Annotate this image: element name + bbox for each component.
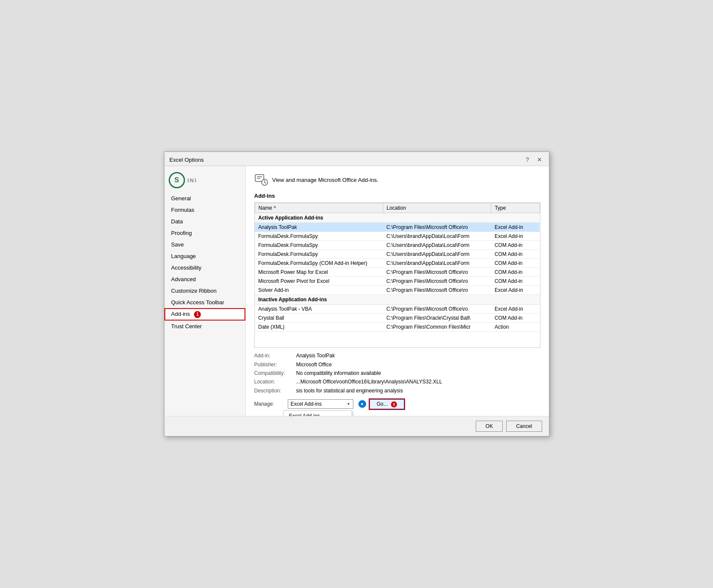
info-description-value: sis tools for statistical and engineerin… (296, 386, 403, 395)
close-button[interactable]: ✕ (535, 155, 544, 164)
cell-name: FormulaDesk.FormulaSpy (255, 250, 383, 259)
cell-location: C:\Program Files\Microsoft Office\ro (383, 268, 491, 277)
cell-type: COM Add-in (491, 241, 540, 250)
sidebar-item-advanced[interactable]: Advanced (164, 273, 245, 285)
sidebar-item-save[interactable]: Save (164, 239, 245, 250)
addins-table: Name ^ Location Type Active Application … (255, 203, 540, 332)
table-row[interactable]: FormulaDesk.FormulaSpy (COM Add-in Helpe… (255, 259, 540, 268)
sidebar-item-add-ins[interactable]: Add-ins 1 (164, 308, 245, 321)
cell-name: Microsoft Power Map for Excel (255, 268, 383, 277)
cell-name: Crystal Ball (255, 314, 383, 323)
table-row[interactable]: Date (XML)C:\Program Files\Common Files\… (255, 323, 540, 332)
cell-type: Excel Add-in (491, 305, 540, 314)
table-row[interactable]: Microsoft Power Map for ExcelC:\Program … (255, 268, 540, 277)
sidebar-item-data[interactable]: Data (164, 216, 245, 227)
sidebar-label-trust-center: Trust Center (171, 323, 202, 330)
table-header-row: Name ^ Location Type (255, 203, 540, 213)
manage-row: Manage: Excel Add-ins COM Add-ins Action… (254, 399, 540, 409)
col-type: Type (491, 203, 540, 213)
cell-type: COM Add-in (491, 259, 540, 268)
info-section: Add-in: Analysis ToolPak Publisher: Micr… (254, 351, 540, 395)
header-text: View and manage Microsoft Office Add-ins… (272, 177, 379, 183)
go-badge: 3 (391, 401, 397, 407)
sidebar-item-general[interactable]: General (164, 193, 245, 204)
sidebar-item-formulas[interactable]: Formulas (164, 204, 245, 216)
manage-select-wrapper[interactable]: Excel Add-ins COM Add-ins Actions XML Ex… (288, 399, 353, 409)
info-location-row: Location: ...Microsoft Office\root\Offic… (254, 377, 540, 386)
table-row[interactable]: FormulaDesk.FormulaSpyC:\Users\brand\App… (255, 241, 540, 250)
ok-button[interactable]: OK (476, 421, 503, 432)
info-addin-row: Add-in: Analysis ToolPak (254, 351, 540, 360)
cell-name: Date (XML) (255, 323, 383, 332)
cell-name: Solver Add-in (255, 286, 383, 295)
table-row[interactable]: Microsoft Power Pivot for ExcelC:\Progra… (255, 277, 540, 286)
svg-rect-2 (257, 178, 260, 179)
sidebar-label-accessibility: Accessibility (171, 264, 202, 271)
excel-logo: S (169, 172, 185, 188)
cell-type: Excel Add-in (491, 286, 540, 295)
info-addin-label: Add-in: (254, 351, 293, 360)
dropdown-label-excel-addins: Excel Add-ins (289, 413, 320, 416)
cell-name: FormulaDesk.FormulaSpy (255, 241, 383, 250)
info-location-label: Location: (254, 377, 293, 386)
watermark-text: INI (188, 177, 197, 184)
table-row[interactable]: Solver Add-inC:\Program Files\Microsoft … (255, 286, 540, 295)
cancel-button[interactable]: Cancel (506, 421, 542, 432)
excel-options-dialog: Excel Options ? ✕ S INI General Formulas… (164, 151, 549, 437)
cell-type: COM Add-in (491, 250, 540, 259)
sidebar-item-language[interactable]: Language (164, 250, 245, 262)
table-row[interactable]: Crystal BallC:\Program Files\Oracle\Crys… (255, 314, 540, 323)
logo-area: S INI (164, 169, 245, 193)
sidebar-label-save: Save (171, 241, 184, 248)
cell-name: Analysis ToolPak (255, 223, 383, 232)
dropdown-item-excel-addins[interactable]: Excel Add-ins (284, 411, 352, 416)
table-row[interactable]: Analysis ToolPakC:\Program Files\Microso… (255, 223, 540, 232)
cell-type: COM Add-in (491, 268, 540, 277)
manage-dropdown[interactable]: Excel Add-ins COM Add-ins Actions XML Ex… (288, 399, 353, 409)
cell-type: Excel Add-in (491, 232, 540, 241)
addins-icon (254, 173, 268, 187)
go-button[interactable]: Go... 3 (370, 399, 404, 409)
table-section-header: Active Application Add-ins (255, 213, 540, 223)
sidebar-label-advanced: Advanced (171, 276, 196, 282)
sidebar-label-proofing: Proofing (171, 230, 192, 236)
sidebar-label-data: Data (171, 218, 183, 225)
info-addin-value: Analysis ToolPak (296, 351, 335, 360)
addins-section-title: Add-ins (254, 193, 540, 199)
add-ins-badge: 1 (194, 311, 201, 318)
go-label: Go... (377, 401, 388, 407)
title-bar: Excel Options ? ✕ (164, 152, 549, 166)
col-name: Name ^ (255, 203, 383, 213)
cell-name: Microsoft Power Pivot for Excel (255, 277, 383, 286)
addins-table-scroll[interactable]: Name ^ Location Type Active Application … (255, 203, 540, 347)
info-publisher-value: Microsoft Office (296, 360, 332, 369)
info-compatibility-label: Compatibility: (254, 369, 293, 377)
table-row[interactable]: FormulaDesk.FormulaSpyC:\Users\brand\App… (255, 250, 540, 259)
sidebar-item-proofing[interactable]: Proofing (164, 227, 245, 239)
cell-type: Action (491, 323, 540, 332)
info-compatibility-value: No compatibility information available (296, 369, 381, 377)
sidebar: S INI General Formulas Data Proofing Sav… (164, 166, 246, 416)
main-content: View and manage Microsoft Office Add-ins… (246, 166, 549, 416)
sidebar-item-customize-ribbon[interactable]: Customize Ribbon (164, 285, 245, 297)
cell-type: COM Add-in (491, 277, 540, 286)
table-row[interactable]: Analysis ToolPak - VBAC:\Program Files\M… (255, 305, 540, 314)
cell-location: C:\Users\brand\AppData\Local\Form (383, 241, 491, 250)
info-location-value: ...Microsoft Office\root\Office16\Librar… (296, 377, 442, 386)
cell-location: C:\Users\brand\AppData\Local\Form (383, 259, 491, 268)
info-compatibility-row: Compatibility: No compatibility informat… (254, 369, 540, 377)
sidebar-item-trust-center[interactable]: Trust Center (164, 321, 245, 332)
cell-name: FormulaDesk.FormulaSpy (255, 232, 383, 241)
table-row[interactable]: FormulaDesk.FormulaSpyC:\Users\brand\App… (255, 232, 540, 241)
info-publisher-label: Publisher: (254, 360, 293, 369)
sidebar-item-quick-access-toolbar[interactable]: Quick Access Toolbar (164, 297, 245, 308)
dialog-title: Excel Options (170, 157, 204, 163)
sidebar-label-formulas: Formulas (171, 207, 194, 213)
cell-location: C:\Program Files\Oracle\Crystal Ball\ (383, 314, 491, 323)
sidebar-item-accessibility[interactable]: Accessibility (164, 262, 245, 273)
cell-type: Excel Add-in (491, 223, 540, 232)
header-section: View and manage Microsoft Office Add-ins… (254, 173, 540, 187)
sidebar-label-customize-ribbon: Customize Ribbon (171, 288, 217, 294)
help-button[interactable]: ? (523, 155, 532, 164)
dialog-body: S INI General Formulas Data Proofing Sav… (164, 166, 549, 416)
